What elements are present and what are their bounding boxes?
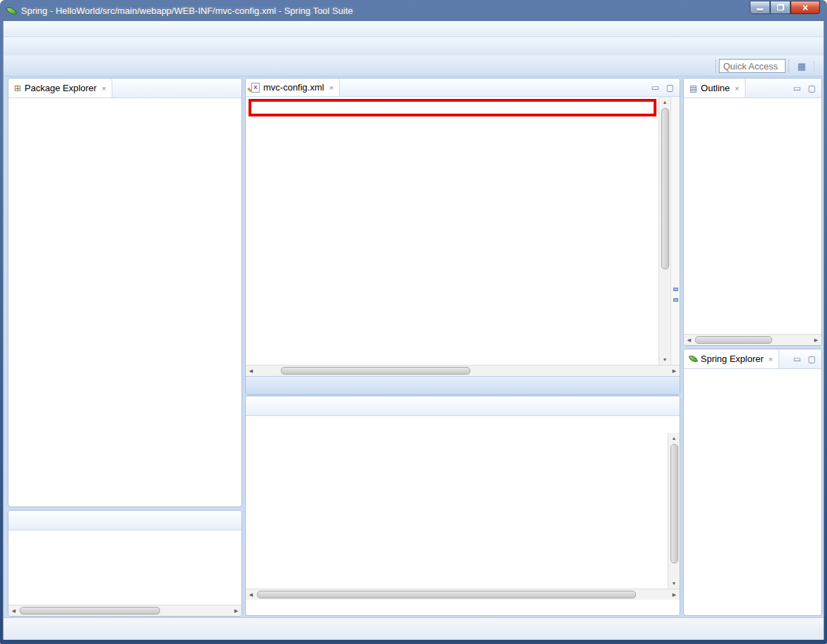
scrollbar-thumb[interactable]: [20, 607, 160, 615]
outline-header: ▤ Outline × ▭ ▢: [684, 79, 821, 98]
scroll-left-icon[interactable]: ◀: [684, 335, 694, 345]
toolbar-handle: [788, 60, 789, 72]
scroll-left-icon[interactable]: ◀: [8, 605, 19, 616]
view-title: Spring Explorer: [701, 354, 764, 364]
window-controls: ×: [750, 1, 820, 14]
window-content: ▦ ⊞ Package Explorer ×: [3, 21, 824, 640]
package-explorer-view: ⊞ Package Explorer ×: [8, 78, 242, 507]
info-annotation-marker[interactable]: [673, 298, 678, 302]
editor-page-tabs: [246, 376, 680, 394]
outline-icon: ▤: [689, 83, 697, 93]
status-bar: [4, 617, 823, 640]
console-view: ▲ ▼ ◀ ▶: [245, 396, 680, 616]
scroll-down-icon[interactable]: ▼: [669, 578, 680, 589]
scroll-right-icon[interactable]: ▶: [669, 589, 680, 600]
scrollbar-thumb[interactable]: [695, 336, 772, 344]
scroll-up-icon[interactable]: ▲: [660, 97, 670, 107]
close-tab-icon[interactable]: ×: [102, 84, 106, 93]
package-explorer-icon: ⊞: [14, 83, 21, 93]
minimize-view-icon[interactable]: ▭: [649, 81, 662, 94]
window-title: Spring - HelloWorld/src/main/webapp/WEB-…: [21, 6, 353, 16]
minimize-view-icon[interactable]: ▭: [790, 352, 804, 365]
console-output[interactable]: [246, 433, 668, 589]
quick-access-input[interactable]: [719, 59, 786, 73]
editor-tab-bar: mvc-config.xml × ▭ ▢: [246, 79, 680, 97]
servers-header: [8, 511, 242, 530]
editor-body: ▲ ▼: [246, 97, 680, 365]
scrollbar-thumb[interactable]: [257, 591, 636, 598]
scroll-left-icon[interactable]: ◀: [246, 365, 256, 376]
scroll-up-icon[interactable]: ▲: [669, 433, 680, 443]
title-bar[interactable]: Spring - HelloWorld/src/main/webapp/WEB-…: [3, 0, 824, 21]
main-toolbar: [4, 37, 823, 56]
editor-vscrollbar[interactable]: ▲ ▼: [659, 97, 670, 365]
perspective-toolbar: ▦: [4, 56, 823, 76]
scrollbar-thumb[interactable]: [670, 444, 678, 563]
scroll-right-icon[interactable]: ▶: [231, 605, 242, 616]
editor-hscrollbar[interactable]: ◀ ▶: [246, 365, 680, 376]
tab-package-explorer[interactable]: ⊞ Package Explorer ×: [8, 79, 112, 98]
close-tab-icon[interactable]: ×: [769, 355, 773, 363]
scroll-right-icon[interactable]: ▶: [669, 365, 680, 376]
restore-icon: [777, 4, 784, 11]
menu-bar: [4, 21, 823, 37]
minimize-icon: [757, 8, 763, 11]
tab-outline[interactable]: ▤ Outline ×: [684, 79, 746, 98]
minimize-view-icon[interactable]: ▭: [790, 81, 804, 95]
servers-view: ◀ ▶: [8, 510, 242, 617]
tab-spring-explorer[interactable]: Spring Explorer ×: [684, 349, 779, 368]
separator: [814, 61, 814, 72]
maximize-view-icon[interactable]: ▢: [805, 352, 819, 365]
scrollbar-thumb[interactable]: [281, 367, 470, 375]
close-button[interactable]: ×: [790, 1, 820, 14]
info-annotation-marker[interactable]: [673, 288, 678, 291]
servers-hscrollbar[interactable]: ◀ ▶: [8, 605, 242, 616]
scrollbar-thumb[interactable]: [661, 108, 669, 269]
console-hscrollbar[interactable]: ◀ ▶: [246, 589, 680, 600]
spring-leaf-icon: [689, 354, 698, 363]
close-icon: ×: [802, 2, 808, 13]
console-vscrollbar[interactable]: ▲ ▼: [668, 433, 680, 589]
spring-xml-file-icon: [251, 83, 260, 93]
application-window: Spring - HelloWorld/src/main/webapp/WEB-…: [0, 0, 827, 644]
editor-area: mvc-config.xml × ▭ ▢ ▲ ▼: [245, 78, 680, 395]
maximize-view-icon[interactable]: ▢: [663, 81, 677, 94]
package-explorer-tree: [8, 98, 242, 101]
close-tab-icon[interactable]: ×: [735, 84, 739, 93]
close-tab-icon[interactable]: ×: [329, 83, 333, 92]
open-perspective-button[interactable]: ▦: [794, 58, 809, 74]
scroll-left-icon[interactable]: ◀: [246, 589, 256, 600]
overview-ruler[interactable]: [670, 97, 680, 365]
toolbar-handle: [715, 60, 716, 72]
spring-explorer-view: Spring Explorer × ▭ ▢: [683, 349, 822, 616]
outline-hscrollbar[interactable]: ◀ ▶: [684, 334, 821, 345]
maximize-view-icon[interactable]: ▢: [805, 81, 819, 95]
minimize-button[interactable]: [750, 1, 770, 14]
console-header: [246, 396, 680, 416]
workbench: ⊞ Package Explorer × ◀ ▶: [4, 76, 823, 617]
app-spring-leaf-icon: [6, 5, 18, 16]
scroll-down-icon[interactable]: ▼: [660, 354, 670, 365]
view-title: Outline: [701, 83, 729, 93]
code-editor[interactable]: [246, 97, 659, 365]
scroll-right-icon[interactable]: ▶: [811, 335, 821, 345]
outline-view: ▤ Outline × ▭ ▢ ◀ ▶: [683, 78, 822, 346]
restore-button[interactable]: [770, 1, 790, 14]
red-highlight-box: [249, 99, 656, 116]
tab-mvc-config-xml[interactable]: mvc-config.xml ×: [246, 79, 340, 96]
editor-tab-label: mvc-config.xml: [263, 82, 324, 93]
package-explorer-header: ⊞ Package Explorer ×: [8, 79, 242, 98]
open-perspective-icon: ▦: [798, 62, 806, 71]
spring-explorer-header: Spring Explorer × ▭ ▢: [684, 349, 821, 369]
view-title: Package Explorer: [25, 83, 97, 93]
